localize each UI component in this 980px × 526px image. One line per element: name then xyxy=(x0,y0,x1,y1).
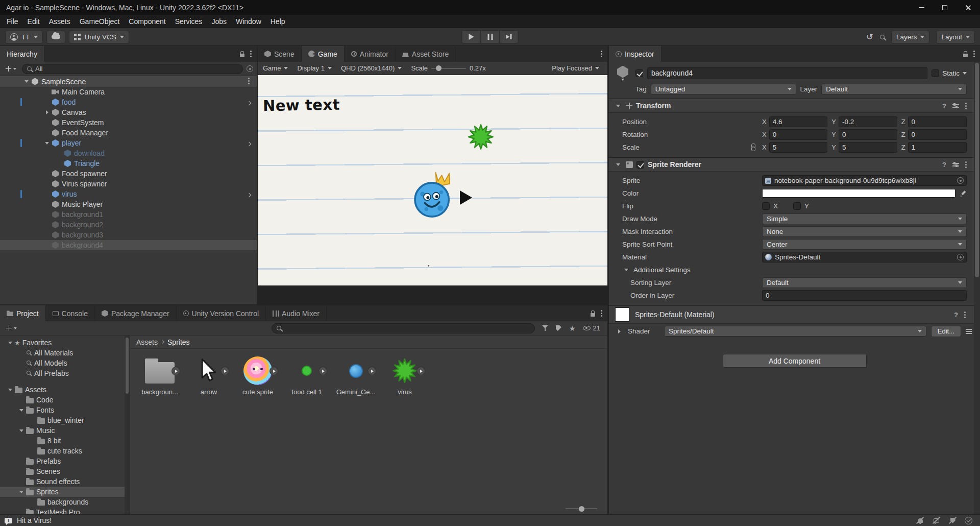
breadcrumb-assets[interactable]: Assets xyxy=(136,338,158,346)
transform-position-z-input[interactable] xyxy=(908,116,967,127)
save-search-icon[interactable] xyxy=(569,324,576,332)
help-icon[interactable] xyxy=(942,160,946,169)
flip-y-checkbox[interactable] xyxy=(793,202,801,210)
expand-subasset-button[interactable] xyxy=(319,367,327,375)
transform-scale-z-input[interactable] xyxy=(908,142,967,153)
tag-dropdown[interactable]: Untagged xyxy=(651,84,796,94)
search-icon[interactable] xyxy=(880,35,885,39)
transform-position-x-input[interactable] xyxy=(769,116,828,127)
tab-scene[interactable]: Scene xyxy=(258,46,302,62)
project-search-input[interactable] xyxy=(285,324,529,332)
component-menu-icon[interactable] xyxy=(965,105,967,107)
hierarchy-item-download[interactable]: download xyxy=(0,148,257,158)
expand-subasset-button[interactable] xyxy=(172,367,180,375)
tab-asset-store[interactable]: Asset Store xyxy=(396,46,456,62)
hierarchy-item-music-player[interactable]: Music Player xyxy=(0,199,257,209)
status-message[interactable]: Hit a Virus! xyxy=(17,516,52,524)
material-header[interactable]: Sprites-Default (Material) xyxy=(609,305,980,324)
object-picker-icon[interactable] xyxy=(957,254,964,260)
tab-hierarchy[interactable]: Hierarchy xyxy=(0,46,44,62)
undo-history-icon[interactable] xyxy=(866,33,873,41)
tab-project[interactable]: Project xyxy=(0,305,46,321)
open-prefab-chevron[interactable] xyxy=(248,139,251,147)
flip-x-checkbox[interactable] xyxy=(762,202,770,210)
sorting-layer-dropdown[interactable]: Default xyxy=(762,277,967,288)
hierarchy-item-eventsystem[interactable]: EventSystem xyxy=(0,117,257,128)
panel-menu-icon[interactable] xyxy=(973,53,975,55)
project-tree-item-textmesh-pro[interactable]: TextMesh Pro xyxy=(0,507,130,514)
project-tree-item-sound-effects[interactable]: Sound effects xyxy=(0,476,130,487)
hierarchy-item-background1[interactable]: background1 xyxy=(0,209,257,220)
display-dropdown[interactable]: Display 1 xyxy=(297,64,331,72)
project-tree-scrollbar[interactable] xyxy=(125,336,130,514)
asset-arrow[interactable]: arrow xyxy=(186,355,231,396)
project-search-field[interactable] xyxy=(272,323,534,333)
asset-gemini-ge[interactable]: Gemini_Ge... xyxy=(333,355,378,396)
hierarchy-item-virus[interactable]: virus xyxy=(0,189,257,199)
project-tree-item-code[interactable]: Code xyxy=(0,395,130,405)
transform-scale-x-input[interactable] xyxy=(769,142,828,153)
layout-dropdown[interactable]: Layout xyxy=(936,31,975,43)
account-dropdown[interactable]: TT xyxy=(5,31,43,43)
menu-file[interactable]: File xyxy=(2,16,23,27)
create-asset-button[interactable] xyxy=(4,324,19,332)
transform-rotation-x-input[interactable] xyxy=(769,129,828,140)
breadcrumb-sprites[interactable]: Sprites xyxy=(167,338,190,346)
transform-rotation-z-input[interactable] xyxy=(908,129,967,140)
project-tree-item-favorites[interactable]: Favorites xyxy=(0,338,130,348)
hierarchy-item-background2[interactable]: background2 xyxy=(0,220,257,230)
static-checkbox[interactable] xyxy=(932,69,939,77)
hierarchy-item-food-manager[interactable]: Food Manager xyxy=(0,128,257,138)
project-tree-item-cute-tracks[interactable]: cute tracks xyxy=(0,446,130,456)
messages-muted-icon[interactable] xyxy=(932,516,941,524)
panel-menu-icon[interactable] xyxy=(601,313,602,314)
cloud-services-button[interactable] xyxy=(46,31,65,43)
menu-assets[interactable]: Assets xyxy=(44,16,75,27)
scale-slider-thumb[interactable] xyxy=(436,65,442,71)
lock-icon[interactable] xyxy=(591,313,595,317)
foldout-expanded-icon[interactable] xyxy=(614,105,622,107)
object-picker-icon[interactable] xyxy=(957,177,964,184)
tab-unity-version-control[interactable]: Unity Version Control xyxy=(177,305,266,321)
lock-icon[interactable] xyxy=(963,54,968,57)
expand-subasset-button[interactable] xyxy=(270,367,278,375)
material-object-field[interactable]: Sprites-Default xyxy=(762,252,967,262)
foldout-expanded-icon[interactable] xyxy=(17,409,26,412)
eyedropper-icon[interactable] xyxy=(960,190,967,197)
sort-point-dropdown[interactable]: Center xyxy=(762,239,967,250)
foldout-expanded-icon[interactable] xyxy=(22,80,31,83)
asset-virus[interactable]: virus xyxy=(382,355,427,396)
scrollbar-thumb[interactable] xyxy=(975,63,979,277)
tab-game[interactable]: Game xyxy=(302,46,345,62)
asset-backgroun[interactable]: backgroun... xyxy=(137,355,182,396)
panel-menu-icon[interactable] xyxy=(250,53,252,55)
thumbnail-size-slider[interactable] xyxy=(566,508,597,509)
active-checkbox[interactable] xyxy=(635,69,643,77)
services-muted-icon[interactable] xyxy=(948,516,957,524)
project-tree-item-music[interactable]: Music xyxy=(0,425,130,436)
project-tree-item-all-prefabs[interactable]: All Prefabs xyxy=(0,368,130,378)
game-view-mode-dropdown[interactable]: Game xyxy=(263,64,288,72)
slider-thumb[interactable] xyxy=(579,506,584,512)
tab-console[interactable]: Console xyxy=(46,305,95,321)
project-tree-item-8-bit[interactable]: 8 bit xyxy=(0,436,130,446)
search-by-type-icon[interactable] xyxy=(542,325,548,331)
lock-icon[interactable] xyxy=(240,54,244,57)
game-view[interactable]: New text xyxy=(258,75,607,304)
hidden-items-toggle[interactable]: 21 xyxy=(583,324,603,332)
presets-icon[interactable] xyxy=(952,162,959,167)
draw-mode-dropdown[interactable]: Simple xyxy=(762,213,967,224)
transform-rotation-y-input[interactable] xyxy=(839,129,897,140)
maximize-button[interactable] xyxy=(933,0,957,15)
unity-vcs-dropdown[interactable]: Unity VCS xyxy=(69,31,129,43)
help-icon[interactable] xyxy=(954,310,958,319)
tab-inspector[interactable]: Inspector xyxy=(609,46,662,62)
foldout-collapsed-icon[interactable] xyxy=(615,329,623,333)
menu-jobs[interactable]: Jobs xyxy=(207,16,231,27)
expand-subasset-button[interactable] xyxy=(417,367,425,375)
mask-interaction-dropdown[interactable]: None xyxy=(762,226,967,237)
search-picker-icon[interactable] xyxy=(247,65,253,72)
scrollbar-thumb[interactable] xyxy=(126,338,129,394)
create-object-button[interactable] xyxy=(4,65,18,73)
hierarchy-item-player[interactable]: player xyxy=(0,138,257,148)
